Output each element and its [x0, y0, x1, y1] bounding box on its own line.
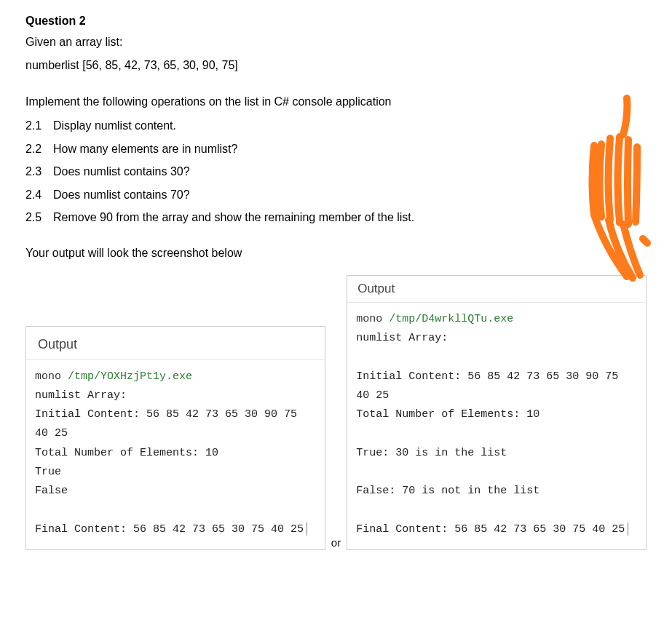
- cmd: mono: [356, 313, 389, 325]
- out-line: numlist Array:: [356, 332, 448, 344]
- sub-num: 2.3: [25, 162, 53, 181]
- sub-num: 2.2: [25, 140, 53, 159]
- path: /tmp/YOXHzjPt1y.exe: [68, 370, 192, 383]
- out-line: Total Number of Elements: 10: [35, 447, 218, 459]
- out-line: numlist Array:: [35, 389, 127, 402]
- cmd: mono: [35, 370, 68, 383]
- out-line: Initial Content: 56 85 42 73 65 30 90 75…: [356, 370, 625, 402]
- output-box-right: Output mono /tmp/D4wrkllQTu.exe numlist …: [347, 275, 647, 550]
- output-box-left: Output mono /tmp/YOXHzjPt1y.exe numlist …: [25, 326, 325, 550]
- cursor-icon: [307, 522, 307, 536]
- sub-text: Does numlist contains 30?: [53, 162, 190, 181]
- sub-item: 2.3 Does numlist contains 30?: [25, 162, 647, 181]
- out-line: True: [35, 466, 61, 478]
- out-line: Total Number of Elements: 10: [356, 408, 539, 421]
- out-line: Final Content: 56 85 42 73 65 30 75 40 2…: [356, 523, 625, 536]
- sub-text: How many elements are in numlist?: [53, 140, 237, 159]
- path: /tmp/D4wrkllQTu.exe: [389, 313, 513, 325]
- sub-num: 2.1: [25, 116, 53, 135]
- out-line: True: 30 is in the list: [356, 447, 507, 459]
- intro-line-1: Given an array list:: [25, 33, 647, 51]
- out-line: Final Content: 56 85 42 73 65 30 75 40 2…: [35, 523, 304, 536]
- sub-text: Remove 90 from the array and show the re…: [53, 208, 414, 227]
- sub-text: Display numlist content.: [53, 116, 176, 135]
- sub-item: 2.1 Display numlist content.: [25, 116, 647, 135]
- out-line: False: 70 is not in the list: [356, 485, 539, 497]
- sub-num: 2.4: [25, 186, 53, 204]
- sub-item: 2.2 How many elements are in numlist?: [25, 140, 647, 159]
- out-line: Initial Content: 56 85 42 73 65 30 90 75…: [35, 408, 304, 440]
- out-line: False: [35, 485, 68, 497]
- output-note: Your output will look the screenshot bel…: [25, 245, 647, 262]
- sub-text: Does numlist contains 70?: [53, 186, 190, 204]
- output-header: Output: [26, 327, 325, 360]
- sub-question-list: 2.1 Display numlist content. 2.2 How man…: [25, 116, 647, 227]
- annotation-scribble: [576, 95, 656, 284]
- sub-num: 2.5: [25, 208, 53, 227]
- question-title: Question 2: [25, 15, 647, 28]
- output-body: mono /tmp/D4wrkllQTu.exe numlist Array: …: [347, 303, 646, 549]
- instruction-line: Implement the following operations on th…: [25, 93, 647, 111]
- cursor-icon: [628, 522, 628, 536]
- sub-item: 2.5 Remove 90 from the array and show th…: [25, 208, 647, 227]
- sub-item: 2.4 Does numlist contains 70?: [25, 186, 647, 204]
- output-body: mono /tmp/YOXHzjPt1y.exe numlist Array: …: [26, 360, 325, 549]
- intro-line-2: numberlist [56, 85, 42, 73, 65, 30, 90, …: [25, 57, 647, 74]
- outputs-row: Output mono /tmp/YOXHzjPt1y.exe numlist …: [25, 275, 647, 550]
- or-separator: or: [331, 536, 341, 550]
